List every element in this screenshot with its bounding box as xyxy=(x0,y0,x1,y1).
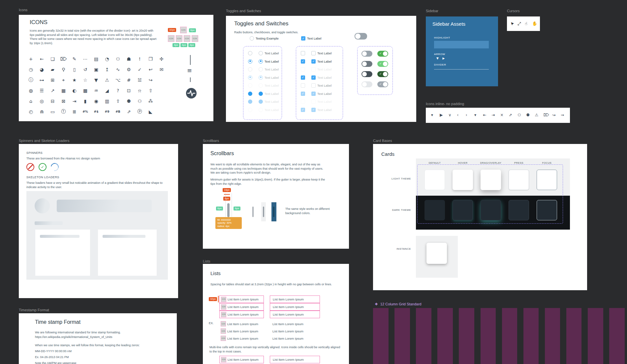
card-light-hover[interactable] xyxy=(453,170,473,190)
donut-chart-icon[interactable]: ◎ xyxy=(36,96,47,106)
toggle-on-3[interactable]: ✓ xyxy=(377,81,388,87)
checkbox-state-4-icon[interactable] xyxy=(311,83,316,88)
slack-icon[interactable]: ✣ xyxy=(156,54,167,64)
frame-label-scrollbars[interactable]: Scrollbars xyxy=(203,139,219,143)
help-bubble-icon[interactable]: ? xyxy=(112,85,123,96)
frame-label-timestamp[interactable]: Timestamp Format xyxy=(19,308,49,312)
chart-annotation-icon[interactable]: ↝ xyxy=(552,113,555,117)
window-settings-icon[interactable]: ⊟ xyxy=(47,96,58,106)
radio-state-2-icon[interactable] xyxy=(248,67,252,71)
card-light-focus[interactable] xyxy=(537,170,557,190)
checkbox-state-2-icon[interactable] xyxy=(311,67,316,71)
network-icon[interactable]: ⁂ xyxy=(145,96,156,106)
checkbox-state-1-icon[interactable]: ✓ xyxy=(301,59,305,64)
frame-label-inline-icons[interactable]: Icons inline- no padding xyxy=(426,102,464,106)
filter-icon[interactable]: ▼ xyxy=(91,75,102,85)
play-icon[interactable]: ▶ xyxy=(440,113,443,117)
radio-state-3-icon[interactable] xyxy=(248,75,252,80)
radio-state-4-labeled[interactable]: Text Label xyxy=(259,83,279,88)
upload-tray-icon[interactable]: ↥ xyxy=(102,64,112,75)
checkbox-state-5-icon[interactable]: ✓ xyxy=(311,92,316,96)
checkbox-state-5-icon[interactable]: ✓ xyxy=(301,92,305,96)
checkbox-state-1-labeled[interactable]: ✓Text Label xyxy=(311,59,331,64)
globe-icon[interactable]: ◍ xyxy=(25,85,36,96)
toggle-on-0[interactable]: ✓ xyxy=(377,51,388,57)
checkbox-state-7-icon[interactable]: ✓ xyxy=(311,108,316,112)
browser-window-icon[interactable]: ▤ xyxy=(91,54,102,64)
sidebar-highlight-bar[interactable] xyxy=(434,41,489,48)
frame-label-sidebar[interactable]: Sidebar xyxy=(426,9,438,13)
list-item[interactable]: ICONList Item Lorem Ipsum xyxy=(219,295,264,303)
list-item[interactable]: ICONList Item Lorem Ipsum xyxy=(219,303,264,311)
number-nine-icon[interactable]: #9 xyxy=(102,106,112,117)
caret-down-small-icon[interactable]: ▾ xyxy=(474,113,476,117)
list-item[interactable]: List Item Lorem Ipsum xyxy=(270,335,320,342)
toggle-off-1[interactable] xyxy=(361,61,372,67)
card-dark-press[interactable] xyxy=(509,200,529,220)
checkbox-state-2-icon[interactable] xyxy=(301,67,305,71)
checkbox-state-6-icon[interactable] xyxy=(301,99,305,104)
pie-chart-icon[interactable]: ◕ xyxy=(36,64,47,75)
folder-icon[interactable]: ▰ xyxy=(47,64,58,75)
trash-icon[interactable]: ⌦ xyxy=(58,54,69,64)
pulse-logo-icon[interactable] xyxy=(185,87,197,99)
arrow-left-icon[interactable]: ← xyxy=(36,54,47,64)
check-icon[interactable]: ✓ xyxy=(134,64,145,75)
user-add-icon[interactable]: ⚇ xyxy=(112,54,123,64)
star-filled-icon[interactable]: ★ xyxy=(69,75,80,85)
radio-state-7-icon[interactable] xyxy=(259,108,263,112)
scrollbar-sample-blue-thumb[interactable] xyxy=(273,207,274,217)
toggle-on-2[interactable]: ✓ xyxy=(377,71,388,77)
checkbox-state-4-icon[interactable] xyxy=(301,83,305,88)
chevron-right-icon[interactable]: › xyxy=(466,113,467,117)
radio-state-3-icon[interactable] xyxy=(259,75,263,80)
line-chart-icon[interactable]: ♒ xyxy=(91,85,102,96)
trend-line-icon[interactable]: ↗ xyxy=(47,85,58,96)
list-item[interactable]: ICONList Item Lorem Ipsum xyxy=(219,356,264,363)
card-dark-drag[interactable] xyxy=(481,200,501,220)
toggle-off-2[interactable] xyxy=(361,71,372,77)
radio-state-6-icon[interactable] xyxy=(259,99,263,104)
checkbox-state-3-labeled[interactable]: ✓Text Label xyxy=(311,75,331,80)
close-icon[interactable]: × xyxy=(500,113,504,117)
list-item[interactable]: ICONList Item Lorem Ipsum xyxy=(219,311,264,318)
globe-filled-icon[interactable]: ◐ xyxy=(69,85,80,96)
list-icon[interactable]: ☰ xyxy=(36,85,47,96)
chart-annotation-alt-icon[interactable]: ⇝ xyxy=(561,113,564,117)
table-icon[interactable]: ▩ xyxy=(80,85,91,96)
slope-chart-icon[interactable]: ◣ xyxy=(145,106,156,117)
radio-icon[interactable] xyxy=(250,36,254,41)
list-item[interactable]: ICONList Item Lorem Ipsum xyxy=(219,321,264,327)
scrollbar-sample-white[interactable] xyxy=(252,207,254,217)
sample-checkbox[interactable]: ✓ Text Label xyxy=(301,36,321,41)
checkbox-state-0-labeled[interactable]: Text Label xyxy=(311,51,331,55)
arrow-right-icon[interactable]: ▶ xyxy=(442,57,445,60)
card-light-drag[interactable] xyxy=(481,170,501,190)
toggle-off-3[interactable] xyxy=(361,81,372,87)
hamburger-menu-icon[interactable]: ≡ xyxy=(187,67,192,74)
list-item[interactable]: List Item Lorem Ipsum xyxy=(270,311,320,318)
card-dark-default[interactable] xyxy=(424,200,445,220)
external-link-icon[interactable]: ⇗ xyxy=(123,106,134,117)
pencil-icon[interactable]: ✎ xyxy=(69,54,80,64)
eye-icon[interactable]: ◉ xyxy=(91,96,102,106)
checkbox-state-5-labeled[interactable]: ✓Text Label xyxy=(311,92,331,96)
star-outline-icon[interactable]: ☆ xyxy=(80,75,91,85)
radio-state-7-labeled[interactable]: Text Label xyxy=(259,108,279,112)
user-search-icon[interactable]: ⌖ xyxy=(58,75,69,85)
trash-icon[interactable]: ⌦ xyxy=(544,113,549,117)
copy-icon[interactable]: ❏ xyxy=(47,54,58,64)
analytics-curve-icon[interactable]: ∿ xyxy=(112,64,123,75)
chart-building-icon[interactable]: ⌂ xyxy=(25,96,36,106)
more-ellipsis-icon[interactable]: ⋯ xyxy=(80,54,91,64)
number-bitcoin-icon[interactable]: #B xyxy=(112,106,123,117)
checkbox-state-1-icon[interactable]: ✓ xyxy=(311,59,316,64)
book-icon[interactable]: ▮ xyxy=(80,96,91,106)
key-icon[interactable]: ⊶ xyxy=(36,75,47,85)
list-item[interactable]: List Item Lorem Ipsum xyxy=(270,295,320,303)
list-item[interactable]: ICONList Item Lorem Ipsum xyxy=(219,328,264,334)
frame-label-grid-component[interactable]: ❖ 12 Column Grid Standard xyxy=(375,302,422,306)
user-icon[interactable]: ☗ xyxy=(123,54,134,64)
checkbox-state-7-icon[interactable]: ✓ xyxy=(301,108,305,112)
bell-icon[interactable]: ⍾ xyxy=(134,85,145,96)
